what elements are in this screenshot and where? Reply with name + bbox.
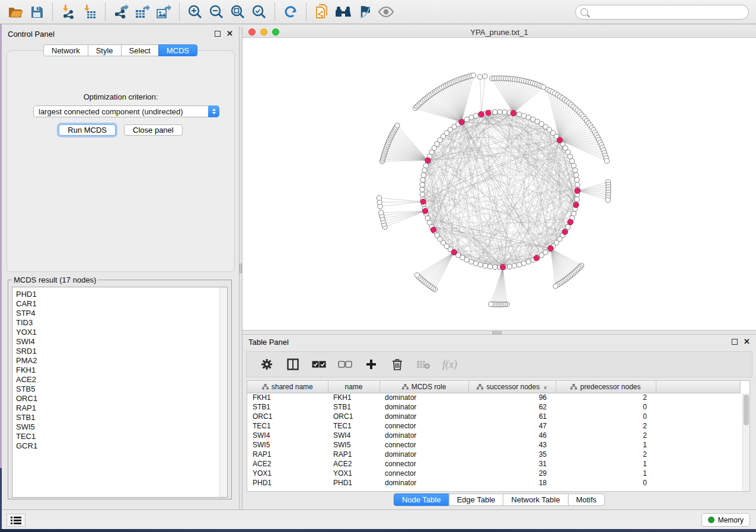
mcds-result-item[interactable]: SWI5 bbox=[16, 422, 227, 432]
mcds-node[interactable] bbox=[573, 203, 579, 208]
export-image-button[interactable] bbox=[155, 3, 173, 21]
close-panel-icon[interactable]: ✕ bbox=[227, 31, 233, 37]
network-canvas[interactable] bbox=[243, 38, 756, 330]
leaf-node[interactable] bbox=[553, 284, 558, 289]
table-row[interactable]: SWI4SWI4dominator462 bbox=[247, 431, 740, 440]
mcds-result-item[interactable]: PMA2 bbox=[16, 356, 227, 366]
horizontal-splitter[interactable] bbox=[243, 330, 756, 335]
table-row[interactable]: RAP1RAP1dominator352 bbox=[247, 450, 740, 459]
run-mcds-button[interactable]: Run MCDS bbox=[59, 124, 116, 136]
export-table-button[interactable] bbox=[133, 3, 151, 21]
mcds-result-item[interactable]: YOX1 bbox=[16, 328, 227, 337]
network-node[interactable] bbox=[493, 110, 497, 114]
mcds-node[interactable] bbox=[423, 209, 428, 214]
leaf-node[interactable] bbox=[379, 210, 384, 215]
leaf-node[interactable] bbox=[471, 73, 476, 78]
network-node[interactable] bbox=[573, 168, 578, 172]
mcds-result-item[interactable]: GCR1 bbox=[16, 441, 227, 451]
table-scrollbar[interactable] bbox=[742, 393, 749, 492]
network-node[interactable] bbox=[464, 117, 469, 121]
mcds-list-scrollbar[interactable] bbox=[219, 287, 227, 497]
mcds-result-listbox[interactable]: PHD1CAR1STP4TID3YOX1SWI4SRD1PMA2FKH1ACE2… bbox=[12, 287, 228, 498]
network-node[interactable] bbox=[517, 262, 522, 267]
open-session-button[interactable] bbox=[7, 3, 24, 21]
show-columns-button[interactable] bbox=[286, 357, 300, 371]
import-network-button[interactable] bbox=[59, 3, 77, 21]
network-node[interactable] bbox=[469, 259, 474, 264]
task-history-button[interactable] bbox=[7, 514, 25, 527]
add-column-button[interactable] bbox=[364, 357, 378, 371]
mcds-result-item[interactable]: CAR1 bbox=[16, 299, 227, 309]
mcds-result-item[interactable]: SRD1 bbox=[16, 347, 227, 356]
mcds-result-item[interactable]: STB1 bbox=[16, 413, 227, 422]
tab-network[interactable]: Network bbox=[43, 44, 88, 56]
tab-network-table[interactable]: Network Table bbox=[503, 493, 568, 506]
leaf-node[interactable] bbox=[395, 123, 400, 128]
network-node[interactable] bbox=[567, 154, 572, 159]
network-node[interactable] bbox=[574, 172, 579, 177]
table-row[interactable]: FKH1FKH1dominator962 bbox=[247, 393, 740, 402]
leaf-node[interactable] bbox=[377, 196, 381, 200]
refresh-layout-button[interactable] bbox=[282, 3, 299, 21]
table-row[interactable]: STB1STB1dominator620 bbox=[247, 402, 740, 412]
leaf-node[interactable] bbox=[414, 273, 419, 278]
mcds-node[interactable] bbox=[479, 111, 484, 117]
table-row[interactable]: SWI5SWI5connector431 bbox=[247, 440, 740, 450]
mcds-node[interactable] bbox=[548, 246, 553, 251]
tab-node-table[interactable]: Node Table bbox=[394, 493, 449, 506]
network-node[interactable] bbox=[420, 178, 425, 182]
close-panel-icon[interactable]: ✕ bbox=[744, 339, 750, 345]
mcds-result-item[interactable]: RAP1 bbox=[16, 403, 227, 413]
export-network-button[interactable] bbox=[112, 3, 130, 21]
mcds-node[interactable] bbox=[557, 137, 563, 143]
close-panel-button[interactable]: Close panel bbox=[124, 124, 183, 136]
zoom-fit-button[interactable] bbox=[229, 3, 247, 21]
zoom-out-button[interactable] bbox=[208, 3, 225, 21]
mcds-node[interactable] bbox=[425, 158, 430, 163]
mcds-result-item[interactable]: TID3 bbox=[16, 318, 227, 328]
float-panel-icon[interactable] bbox=[732, 339, 738, 345]
mcds-result-item[interactable]: FKH1 bbox=[16, 366, 227, 375]
save-session-button[interactable] bbox=[28, 3, 46, 21]
tab-style[interactable]: Style bbox=[88, 44, 122, 56]
mcds-node[interactable] bbox=[511, 110, 516, 116]
network-node[interactable] bbox=[575, 197, 579, 201]
clone-network-button[interactable] bbox=[313, 3, 331, 21]
zoom-in-button[interactable] bbox=[186, 3, 204, 21]
leaf-node[interactable] bbox=[477, 75, 482, 79]
column-header-successor-nodes[interactable]: successor nodes∨ bbox=[468, 381, 556, 393]
splitter-handle[interactable] bbox=[492, 331, 502, 334]
network-node[interactable] bbox=[420, 192, 425, 197]
mcds-result-item[interactable]: TEC1 bbox=[16, 432, 227, 441]
column-header-shared-name[interactable]: shared name bbox=[247, 381, 328, 393]
table-row[interactable]: ORC1ORC1dominator610 bbox=[247, 412, 740, 421]
search-box[interactable] bbox=[575, 5, 749, 20]
splitter-handle[interactable] bbox=[240, 264, 242, 273]
leaf-node[interactable] bbox=[489, 302, 493, 306]
leaf-node[interactable] bbox=[605, 159, 610, 164]
table-row[interactable]: TEC1TEC1connector472 bbox=[247, 421, 740, 431]
mcds-result-item[interactable]: ACE2 bbox=[16, 375, 227, 384]
memory-button[interactable]: Memory bbox=[701, 513, 750, 527]
binoculars-search-button[interactable] bbox=[334, 3, 352, 21]
network-node[interactable] bbox=[497, 110, 502, 114]
network-node[interactable] bbox=[517, 112, 522, 117]
mcds-node[interactable] bbox=[486, 110, 491, 116]
mcds-node[interactable] bbox=[451, 249, 457, 255]
mcds-node[interactable] bbox=[420, 199, 426, 204]
network-node[interactable] bbox=[427, 220, 432, 225]
leaf-node[interactable] bbox=[483, 74, 487, 79]
network-node[interactable] bbox=[423, 163, 428, 168]
network-node[interactable] bbox=[570, 159, 575, 164]
network-node[interactable] bbox=[422, 168, 427, 172]
mcds-result-item[interactable]: ORC1 bbox=[16, 394, 227, 403]
network-node[interactable] bbox=[521, 113, 526, 118]
scrollbar-thumb[interactable] bbox=[744, 395, 749, 425]
mcds-node[interactable] bbox=[430, 227, 436, 232]
network-node[interactable] bbox=[425, 216, 430, 220]
network-node[interactable] bbox=[572, 211, 576, 216]
network-node[interactable] bbox=[488, 264, 493, 269]
mcds-node[interactable] bbox=[534, 255, 539, 261]
zoom-selected-button[interactable] bbox=[250, 3, 268, 21]
network-node[interactable] bbox=[469, 115, 474, 120]
